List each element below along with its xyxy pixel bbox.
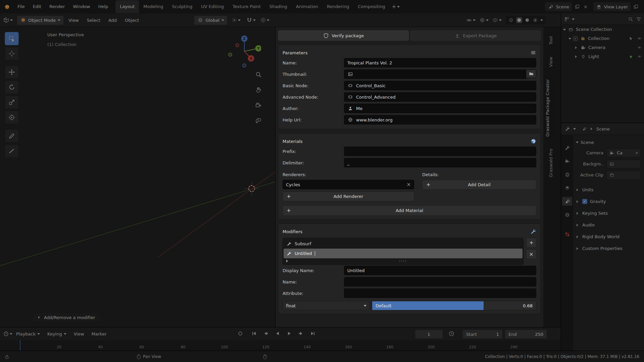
operator-panel-collapsed[interactable]: Add/Remove a modifier bbox=[32, 312, 101, 323]
editor-type-button[interactable] bbox=[3, 17, 13, 23]
delimiter-field[interactable]: _ bbox=[344, 158, 536, 167]
tab-output-properties[interactable] bbox=[562, 170, 572, 179]
active-clip-property-field[interactable] bbox=[606, 171, 641, 179]
collapse-icon[interactable] bbox=[568, 38, 571, 41]
play-reverse-button[interactable] bbox=[273, 329, 282, 338]
collapse-icon[interactable] bbox=[563, 29, 566, 32]
tab-render-properties[interactable] bbox=[562, 157, 572, 165]
expand-modifier-icon[interactable] bbox=[286, 260, 289, 262]
outliner-collection-row[interactable]: ✓ Collection bbox=[561, 34, 644, 43]
tab-texture-paint[interactable]: Texture Paint bbox=[228, 0, 265, 13]
tab-sculpting[interactable]: Sculpting bbox=[167, 0, 197, 13]
jump-prev-keyframe-button[interactable] bbox=[261, 329, 270, 338]
jump-to-start-button[interactable] bbox=[250, 329, 258, 338]
tool-move[interactable] bbox=[5, 65, 19, 79]
outliner-display-mode-icon[interactable] bbox=[564, 16, 570, 22]
section-units[interactable]: Units bbox=[576, 184, 641, 196]
add-detail-button[interactable]: Add Detail bbox=[422, 180, 536, 190]
snap-magnet-button[interactable] bbox=[247, 17, 256, 23]
section-audio[interactable]: Audio bbox=[576, 219, 641, 231]
gizmo-toggle[interactable] bbox=[480, 17, 489, 23]
current-frame-field[interactable]: 1 bbox=[415, 329, 443, 339]
outliner-scene-collection-row[interactable]: Scene Collection bbox=[561, 25, 644, 34]
mode-selector[interactable]: Object Mode bbox=[17, 15, 64, 25]
shading-wireframe-icon[interactable] bbox=[508, 17, 514, 23]
visibility-dropdown[interactable] bbox=[466, 17, 476, 23]
3d-viewport[interactable]: User Perspective (1) Collection bbox=[0, 27, 275, 327]
add-renderer-button[interactable]: Add Renderer bbox=[283, 192, 414, 201]
attribute-field[interactable] bbox=[344, 289, 536, 298]
end-frame-field[interactable]: End 250 bbox=[505, 329, 547, 339]
tool-annotate[interactable] bbox=[5, 129, 19, 143]
eye-icon[interactable] bbox=[636, 54, 642, 60]
scene-section-header[interactable]: Scene bbox=[576, 137, 641, 147]
tab-animation[interactable]: Animation bbox=[292, 0, 323, 13]
properties-editor-icon[interactable] bbox=[564, 126, 571, 132]
tab-layout[interactable]: Layout bbox=[115, 0, 139, 13]
new-scene-button[interactable] bbox=[574, 4, 581, 9]
zoom-view-button[interactable] bbox=[253, 69, 263, 80]
tool-measure[interactable] bbox=[5, 144, 19, 158]
tool-scale[interactable] bbox=[5, 96, 19, 109]
camera-view-button[interactable] bbox=[253, 100, 263, 110]
play-button[interactable] bbox=[285, 329, 294, 338]
section-gravity[interactable]: ✓ Gravity bbox=[576, 196, 641, 207]
prefix-field[interactable] bbox=[344, 147, 536, 156]
camera-property-field[interactable]: Ca × bbox=[606, 149, 641, 157]
scene-selector[interactable]: Scene bbox=[545, 2, 572, 11]
viewport-menu-object[interactable]: Object bbox=[121, 18, 142, 23]
section-rigid-body-world[interactable]: Rigid Body World bbox=[576, 231, 641, 243]
sidebar-tab-graswald-package-creator[interactable]: Graswald Package Creator bbox=[543, 75, 553, 140]
background-property-field[interactable] bbox=[606, 160, 641, 168]
modifier-name-field[interactable] bbox=[344, 277, 536, 287]
gravity-checkbox[interactable]: ✓ bbox=[582, 199, 587, 204]
display-name-field[interactable]: Untitled bbox=[344, 266, 536, 275]
toggle-perspective-button[interactable] bbox=[253, 116, 263, 126]
timeline-menu-playback[interactable]: Playback bbox=[12, 331, 44, 337]
section-custom-properties[interactable]: Custom Properties bbox=[576, 243, 641, 254]
search-icon[interactable] bbox=[628, 16, 634, 22]
timeline-menu-keying[interactable]: Keying bbox=[44, 331, 70, 337]
playhead[interactable] bbox=[20, 340, 20, 351]
viewport-menu-view[interactable]: View bbox=[65, 18, 82, 23]
view-layer-selector[interactable]: View Layer bbox=[593, 2, 631, 11]
new-view-layer-button[interactable] bbox=[633, 4, 639, 9]
menu-edit[interactable]: Edit bbox=[29, 0, 45, 13]
tab-world-properties[interactable] bbox=[562, 210, 572, 219]
timeline-ruler[interactable]: 20406080100120140160180200220240 bbox=[0, 340, 561, 351]
transform-orientation[interactable]: Global bbox=[194, 15, 227, 25]
navigation-gizmo[interactable]: Z Y X bbox=[228, 35, 261, 68]
collection-checkbox[interactable]: ✓ bbox=[573, 36, 578, 41]
thumbnail-field[interactable] bbox=[344, 69, 526, 79]
list-resize-grip[interactable] bbox=[399, 260, 407, 262]
remove-modifier-button[interactable]: × bbox=[526, 249, 536, 259]
pivot-point-button[interactable] bbox=[232, 17, 241, 23]
modifier-item-untitled[interactable]: Untitled bbox=[284, 249, 523, 258]
name-field[interactable]: Tropical Plants Vol. 2 bbox=[344, 58, 536, 67]
renderer-field[interactable]: Cycles × bbox=[283, 180, 414, 189]
menu-hamburger-icon[interactable] bbox=[530, 50, 536, 56]
tab-shading[interactable]: Shading bbox=[265, 0, 292, 13]
timeline-editor-type-button[interactable] bbox=[3, 331, 12, 337]
eye-icon[interactable] bbox=[636, 36, 642, 42]
filter-funnel-icon[interactable] bbox=[636, 16, 642, 22]
default-value-slider[interactable]: Default 0.68 bbox=[372, 301, 536, 310]
tab-texture-properties[interactable] bbox=[562, 230, 572, 239]
advanced-node-field[interactable]: Control_Advanced bbox=[344, 92, 536, 102]
tab-tool-properties[interactable] bbox=[562, 143, 572, 152]
menu-file[interactable]: File bbox=[13, 0, 29, 13]
pan-view-button[interactable] bbox=[253, 85, 263, 95]
remove-renderer-icon[interactable]: × bbox=[406, 182, 411, 188]
verify-package-button[interactable]: Verify package bbox=[278, 31, 409, 41]
overlays-toggle[interactable] bbox=[493, 17, 502, 23]
add-material-button[interactable]: Add Material bbox=[283, 205, 536, 216]
restrict-select-icon[interactable] bbox=[628, 36, 634, 42]
auto-keyframe-button[interactable] bbox=[236, 329, 245, 338]
sidebar-tab-view[interactable]: View bbox=[546, 53, 555, 71]
tab-compositing[interactable]: Compositing bbox=[353, 0, 390, 13]
sidebar-tab-tool[interactable]: Tool bbox=[546, 33, 555, 48]
start-frame-field[interactable]: Start 1 bbox=[462, 329, 503, 339]
tool-transform[interactable] bbox=[5, 111, 19, 124]
outliner-light-row[interactable]: Light bbox=[561, 52, 644, 61]
modifier-name-edit[interactable]: Untitled bbox=[295, 251, 312, 256]
